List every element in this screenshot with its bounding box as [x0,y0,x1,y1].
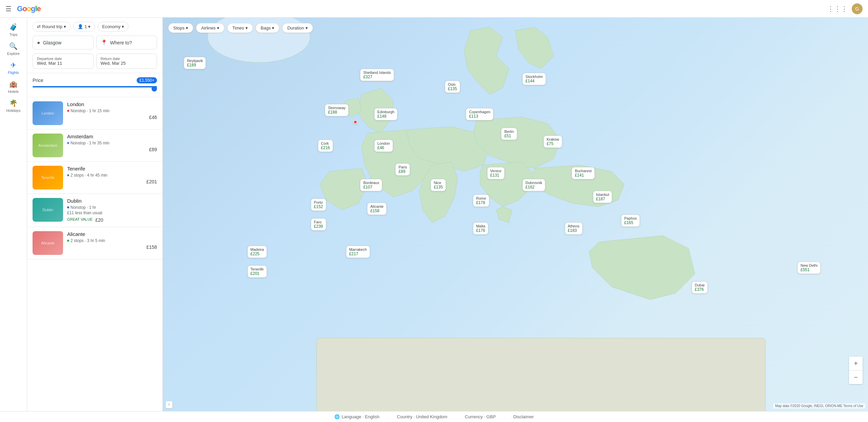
slider-fill [33,86,157,87]
zoom-out-button[interactable]: − [849,370,863,384]
passengers-button[interactable]: 👤 1 ▾ [73,22,95,32]
map-label-istanbul[interactable]: Istanbul £187 [593,191,612,203]
map-label-marrakech[interactable]: Marrakech £217 [346,246,370,258]
departure-date-field[interactable]: Departure date Wed, Mar 11 [33,54,94,69]
map-label-dubai[interactable]: Dubai £376 [692,281,708,294]
flight-card-dublin[interactable]: Dublin Dublin Nonstop · 1 hr £11 less th… [27,194,162,227]
svg-marker-14 [589,236,695,300]
from-icon: ● [37,40,40,46]
map-label-bordeaux[interactable]: Bordeaux £107 [360,179,382,191]
map-label-tenerife[interactable]: Tenerife £201 [248,265,267,278]
filter-stops-button[interactable]: Stops ▾ [168,23,193,33]
airline-dot-tenerife [67,174,69,176]
map-label-venice[interactable]: Venice £131 [487,167,505,179]
sidebar-item-holidays[interactable]: 🌴 Holidays [0,96,27,115]
map-label-city-new-delhi: New Delhi [801,263,817,267]
language-globe-icon: 🌐 [334,414,340,419]
flight-name-amsterdam: Amsterdam [67,134,157,139]
map-label-paris[interactable]: Paris £89 [395,163,410,176]
map-label-price-reykjavik: £189 [187,63,203,67]
avatar[interactable]: G [852,3,863,14]
map-label-price-madeira: £225 [251,252,264,256]
flight-name-tenerife: Tenerife [67,166,157,172]
map-label-dubrovnik[interactable]: Dubrovnik £162 [522,179,546,191]
filter-bar: Stops ▾ Airlines ▾ Times ▾ Bags ▾ Durati… [168,23,313,33]
flight-card-london[interactable]: London London Nonstop · 1 hr 15 min £46 [27,97,162,129]
filter-times-button[interactable]: Times ▾ [227,23,253,33]
sidebar-item-trips[interactable]: 🧳 Trips [0,20,27,39]
map-label-cork[interactable]: Cork £216 [318,140,333,152]
flight-card-alicante[interactable]: Alicante Alicante 2 stops · 3 hr 5 min £… [27,227,162,259]
map-label-alicante[interactable]: Alicante £158 [367,203,387,215]
filter-duration-button[interactable]: Duration ▾ [282,23,313,33]
map-label-stockholm[interactable]: Stockholm £144 [522,73,546,85]
map-label-paphos[interactable]: Paphos £165 [621,215,640,227]
apps-icon[interactable]: ⋮⋮⋮ [827,5,848,13]
disclaimer-label: Disclaimer [513,414,534,419]
flight-details-dublin: Nonstop · 1 hr [67,205,157,210]
person-icon: 👤 [78,24,83,29]
sidebar-trips-label: Trips [9,33,17,37]
currency-item[interactable]: Currency · GBP [465,414,496,419]
map-label-malta[interactable]: Malta £176 [473,222,488,235]
map-label-rome[interactable]: Rome £178 [473,195,489,207]
disclaimer-item[interactable]: Disclaimer [513,414,534,419]
map-label-shetland[interactable]: Shetland Islands £327 [360,69,394,81]
sidebar-flights-label: Flights [8,71,19,75]
filter-bags-button[interactable]: Bags ▾ [256,23,280,33]
sidebar-item-explore[interactable]: 🔍 Explore [0,39,27,58]
map-area: Stops ▾ Airlines ▾ Times ▾ Bags ▾ Durati… [163,18,868,411]
map-label-city-faro: Faro [314,220,323,224]
map-label-city-bordeaux: Bordeaux [363,181,379,185]
zoom-in-button[interactable]: + [849,357,863,370]
feedback-button[interactable]: ! [165,401,173,408]
price-slider[interactable] [33,86,157,93]
map-label-new-delhi[interactable]: New Delhi £551 [797,262,821,274]
map-label-stornoway[interactable]: Stornoway £188 [325,104,349,116]
map-label-reykjavik[interactable]: Reykjavik £189 [184,57,206,69]
sidebar: 🧳 Trips 🔍 Explore ✈ Flights 🏨 Hotels 🌴 H… [0,18,27,411]
flight-info-alicante: Alicante 2 stops · 3 hr 5 min £158 [67,231,157,255]
flight-image-london: London [33,101,63,125]
map-label-porto[interactable]: Porto £152 [311,199,326,211]
map-label-city-paris: Paris [398,165,407,169]
class-button[interactable]: Economy ▾ [98,22,129,32]
sidebar-item-hotels[interactable]: 🏨 Hotels [0,77,27,96]
from-field[interactable]: ● Glasgow [33,36,94,49]
map-label-london[interactable]: London £46 [374,140,393,152]
map-label-nice[interactable]: Nice £135 [431,179,446,191]
map-label-madeira[interactable]: Madeira £225 [248,246,267,258]
return-date-field[interactable]: Return date Wed, Mar 25 [96,54,157,69]
map-label-krakow[interactable]: Kraków £75 [544,136,562,148]
map-label-berlin[interactable]: Berlin £51 [501,128,517,140]
map-label-faro[interactable]: Faro £239 [311,218,326,230]
map-label-city-athens: Athens [568,224,579,228]
top-bar-right: ⋮⋮⋮ G [827,3,863,14]
map-label-price-nice: £135 [434,185,443,189]
map-label-copenhagen[interactable]: Copenhagen £113 [466,108,493,120]
from-value: Glasgow [43,40,61,45]
filter-duration-label: Duration [287,25,304,31]
stops-chevron: ▾ [186,25,188,31]
filter-airlines-button[interactable]: Airlines ▾ [196,23,224,33]
sidebar-item-flights[interactable]: ✈ Flights [0,58,27,77]
language-item[interactable]: 🌐 Language · English [334,414,379,419]
price-section: Price £1,550+ [27,73,162,97]
flight-card-amsterdam[interactable]: Amsterdam Amsterdam Nonstop · 1 hr 35 mi… [27,129,162,162]
map-label-price-oslo: £135 [448,86,457,91]
country-item[interactable]: Country · United Kingdom [397,414,448,419]
map-label-athens[interactable]: Athens £183 [565,222,583,235]
trip-type-button[interactable]: ⇄ Round trip ▾ [33,22,71,32]
flight-price-london: £46 [67,115,157,120]
map-label-edinburgh[interactable]: Edinburgh £148 [374,108,397,120]
flights-icon: ✈ [11,61,16,69]
map-label-bucharest[interactable]: Bucharest £141 [572,167,595,179]
flight-card-tenerife[interactable]: Tenerife Tenerife 2 stops · 4 hr 45 min … [27,162,162,194]
airline-dot-amsterdam [67,142,69,144]
times-chevron: ▾ [245,25,248,31]
map-label-oslo[interactable]: Oslo £135 [445,81,460,93]
to-field[interactable]: 📍 Where to? [96,36,157,49]
hamburger-icon[interactable]: ☰ [5,5,12,13]
slider-thumb[interactable] [152,86,157,92]
flight-stops-london: Nonstop · 1 hr 15 min [71,108,110,113]
